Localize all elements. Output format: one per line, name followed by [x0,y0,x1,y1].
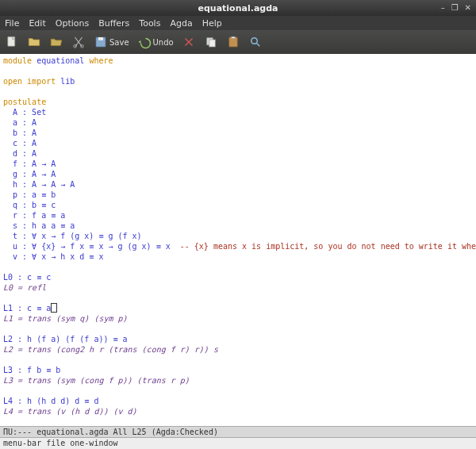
cut-icon [71,35,86,49]
maximize-icon[interactable]: ❐ [451,4,459,12]
save-icon [94,35,108,49]
undo-icon [137,35,152,49]
save-label: Save [109,38,129,47]
menu-buffers[interactable]: Buffers [98,18,129,29]
paste-icon [226,35,240,49]
svg-rect-0 [8,36,15,46]
copy-button[interactable] [204,35,218,49]
folder-icon [27,35,41,49]
copy-icon [204,35,218,49]
menu-agda[interactable]: Agda [170,18,192,29]
menubar: File Edit Options Buffers Tools Agda Hel… [0,16,476,30]
svg-rect-8 [231,36,235,38]
save-button[interactable]: Save [94,35,129,49]
code-editor[interactable]: module equational where open import lib … [0,54,476,426]
undo-button[interactable]: Undo [137,35,174,49]
folder-open-icon [49,35,63,49]
undo-label: Undo [153,38,174,47]
minimize-icon[interactable]: – [441,4,445,12]
paste-button[interactable] [226,35,240,49]
menu-file[interactable]: File [5,18,19,29]
minibuffer-text: menu-bar file one-window [3,439,118,447]
menu-edit[interactable]: Edit [29,18,45,29]
document-icon [5,35,19,49]
open-file-button[interactable] [27,35,41,49]
modeline: ΠU:--- equational.agda All L25 (Agda:Che… [0,426,476,438]
window-controls: – ❐ ✕ [441,4,471,12]
cut-button[interactable] [71,35,86,49]
modeline-text: ΠU:--- equational.agda All L25 (Agda:Che… [3,428,218,436]
menu-options[interactable]: Options [56,18,89,29]
close-icon[interactable]: ✕ [465,4,471,12]
directory-button[interactable] [49,35,63,49]
menu-tools[interactable]: Tools [139,18,160,29]
menu-help[interactable]: Help [202,18,222,29]
svg-rect-6 [209,40,215,47]
x-icon [182,35,196,49]
svg-rect-4 [98,37,103,40]
window-title: equational.agda [198,3,278,13]
minibuffer[interactable]: menu-bar file one-window [0,438,476,449]
search-button[interactable] [248,35,263,49]
code-content: module equational where open import lib … [3,56,473,426]
window-titlebar: equational.agda – ❐ ✕ [0,0,476,16]
toolbar: Save Undo [0,30,476,54]
cursor [51,303,57,313]
svg-point-9 [251,38,257,44]
close-buffer-button[interactable] [182,35,196,49]
search-icon [248,35,263,49]
new-file-button[interactable] [5,35,19,49]
